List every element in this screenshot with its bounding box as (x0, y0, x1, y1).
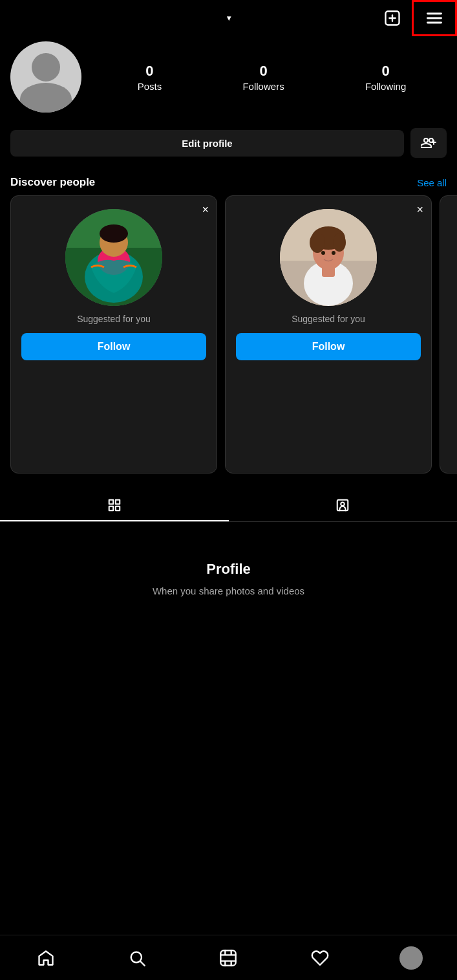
top-bar-actions (373, 0, 457, 36)
tabs-container (0, 489, 457, 522)
suggestion-avatar-2 (280, 209, 377, 306)
profile-nav-button[interactable] (392, 939, 430, 977)
username-dropdown[interactable]: ▾ (227, 14, 231, 23)
bottom-nav (0, 935, 457, 980)
heart-icon (311, 949, 329, 967)
discover-title: Discover people (10, 176, 95, 189)
discover-scroll: × Suggested for you (0, 195, 457, 484)
tagged-icon (335, 498, 350, 512)
posts-count: 0 (145, 63, 153, 80)
avatar[interactable] (10, 41, 81, 113)
follow-button-1[interactable]: Follow (21, 333, 206, 360)
search-nav-button[interactable] (118, 939, 156, 977)
svg-rect-26 (116, 500, 120, 504)
edit-profile-button[interactable]: Edit profile (10, 130, 404, 157)
svg-point-24 (332, 251, 335, 255)
home-icon (37, 949, 55, 967)
add-friend-button[interactable] (410, 128, 447, 158)
suggested-text-1: Suggested for you (77, 314, 151, 324)
followers-stat[interactable]: 0 Followers (242, 63, 284, 92)
reels-nav-button[interactable] (209, 939, 248, 977)
grid-tab[interactable] (0, 489, 229, 521)
grid-icon (107, 498, 122, 512)
posts-stat[interactable]: 0 Posts (138, 63, 162, 92)
svg-point-22 (333, 234, 346, 252)
chevron-down-icon: ▾ (227, 14, 231, 23)
svg-point-30 (341, 502, 345, 506)
add-person-icon (421, 135, 436, 151)
svg-point-13 (100, 224, 128, 243)
follow-button-2[interactable]: Follow (236, 333, 421, 360)
discover-header: Discover people See all (0, 168, 457, 195)
followers-label: Followers (242, 81, 284, 92)
top-bar: ▾ (0, 0, 457, 36)
profile-actions: Edit profile (0, 123, 457, 168)
add-square-icon (383, 9, 401, 27)
avatar-head (32, 53, 60, 82)
suggestion-avatar-1 (65, 209, 162, 306)
hamburger-icon (425, 9, 443, 27)
menu-button[interactable] (412, 0, 457, 36)
reels-icon (219, 949, 237, 967)
see-all-link[interactable]: See all (417, 177, 447, 188)
profile-nav-avatar (399, 946, 423, 970)
search-icon (128, 949, 146, 967)
tagged-tab[interactable] (229, 489, 458, 521)
posts-label: Posts (138, 81, 162, 92)
stats-container: 0 Posts 0 Followers 0 Following (97, 63, 447, 92)
profile-section: 0 Posts 0 Followers 0 Following (0, 36, 457, 123)
empty-subtitle: When you share photos and videos (153, 585, 304, 596)
empty-state: Profile When you share photos and videos (0, 522, 457, 609)
suggestion-avatar-2-image (280, 209, 377, 306)
suggested-text-2: Suggested for you (292, 314, 365, 324)
following-count: 0 (382, 63, 390, 80)
suggestion-avatar-1-image (65, 209, 162, 306)
following-stat[interactable]: 0 Following (365, 63, 406, 92)
svg-point-21 (310, 232, 325, 253)
add-post-button[interactable] (373, 0, 412, 36)
suggestion-card-partial (440, 195, 457, 474)
svg-point-23 (321, 251, 325, 255)
svg-rect-28 (116, 506, 120, 510)
close-suggestion-2-button[interactable]: × (416, 204, 423, 215)
svg-rect-27 (109, 506, 113, 510)
following-label: Following (365, 81, 406, 92)
home-nav-button[interactable] (27, 939, 65, 977)
suggestion-card: × Suggested for you (10, 195, 217, 474)
suggestion-card-2: × (225, 195, 432, 474)
close-suggestion-1-button[interactable]: × (202, 204, 209, 215)
svg-rect-33 (221, 950, 236, 965)
followers-count: 0 (259, 63, 267, 80)
empty-title: Profile (206, 561, 250, 578)
avatar-body (20, 83, 72, 113)
activity-nav-button[interactable] (301, 939, 339, 977)
svg-line-32 (140, 961, 144, 965)
svg-rect-25 (109, 500, 113, 504)
